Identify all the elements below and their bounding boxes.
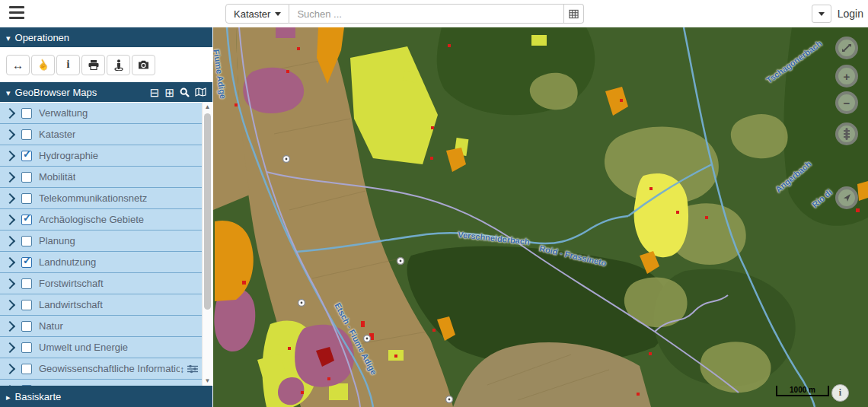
chevron-right-icon[interactable] [5,384,15,386]
caret-down-icon [6,87,15,98]
layer-checkbox[interactable] [21,129,32,140]
search-category-button[interactable]: Kataster [225,4,289,24]
street-view-icon [114,59,123,71]
collapse-all-icon[interactable] [150,87,160,98]
layer-checkbox[interactable] [21,278,32,289]
scroll-down-icon[interactable]: ▼ [203,376,212,386]
layer-row-geowissenschaftliche-informationen[interactable]: Geowissenschaftliche Informationen [0,358,203,380]
layer-row-forstwirtschaft[interactable]: Forstwirtschaft [0,273,203,294]
layer-checkbox[interactable] [21,108,32,119]
basemap-header[interactable]: Basiskarte [0,386,212,407]
layer-checkbox[interactable] [21,193,32,204]
info-icon: i [67,59,70,71]
menu-icon[interactable] [9,6,26,21]
fullscreen-button[interactable] [835,37,858,59]
chevron-right-icon[interactable] [5,150,15,161]
minus-icon: − [844,97,850,110]
layer-row-natur[interactable]: Natur [0,316,203,337]
layer-label: Kataster [39,129,75,140]
info-button[interactable]: i [56,55,80,75]
layer-row-hydrographie[interactable]: Hydrographie [0,145,203,167]
scroll-up-icon[interactable]: ▲ [203,102,212,112]
layer-checkbox[interactable] [21,385,32,386]
geolocate-button[interactable] [835,186,858,209]
scale-bar: 1000 m [776,386,829,396]
expand-all-icon[interactable] [164,87,174,98]
chevron-right-icon[interactable] [5,192,15,203]
chevron-right-icon[interactable] [5,129,15,139]
search-icon[interactable] [180,87,190,97]
search-bar: Kataster [225,4,584,24]
login-area: Login [812,0,863,27]
layer-label: Mobilität [39,171,75,183]
chevron-right-icon[interactable] [5,214,15,224]
chevron-right-icon[interactable] [5,299,15,310]
layer-label: Telekommunikationsnetz [39,192,147,204]
layer-row-landnutzung[interactable]: Landnutzung [0,252,203,273]
layer-row-landwirtschaft[interactable]: Landwirtschaft [0,294,203,316]
scrollbar-thumb[interactable] [204,113,211,310]
scale-label: 1000 m [790,386,815,394]
map-canvas[interactable]: Fiume Adige Etsch - Fiume Adige Verschne… [213,27,868,407]
layer-label: Natur [39,320,63,332]
layer-checkbox[interactable] [21,215,32,225]
operations-toolbar: i [0,47,212,82]
layer-list-scrollbar[interactable]: ▲ ▼ [202,102,212,386]
chevron-right-icon[interactable] [5,342,15,352]
login-dropdown-button[interactable] [812,5,831,23]
layer-checkbox[interactable] [21,342,32,353]
screenshot-button[interactable] [132,55,155,75]
plus-icon: + [844,70,850,83]
chevron-right-icon[interactable] [5,278,15,288]
layer-checkbox[interactable] [21,300,32,310]
search-category-label: Kataster [234,8,270,20]
map-icon[interactable] [195,87,206,97]
search-input[interactable] [289,4,564,24]
caret-right-icon [6,391,15,402]
expand-diagonal-icon [841,43,852,53]
layer-row-archaeologische-gebiete[interactable]: Archäologische Gebiete [0,209,203,231]
login-link[interactable]: Login [838,8,863,20]
operations-header[interactable]: Operationen [0,27,212,47]
slider-icon [844,128,850,140]
chevron-right-icon[interactable] [5,107,15,118]
layer-checkbox[interactable] [21,172,32,183]
chevron-right-icon[interactable] [5,320,15,331]
layer-row-clipped[interactable] [0,380,203,386]
layer-label: Archäologische Gebiete [39,214,144,225]
select-button[interactable] [31,55,55,75]
chevron-down-icon [819,12,825,16]
layer-row-planung[interactable]: Planung [0,231,203,252]
chevron-right-icon[interactable] [5,256,15,267]
print-button[interactable] [81,55,105,75]
layer-checkbox[interactable] [21,151,32,161]
layer-checkbox[interactable] [21,321,32,332]
sidebar: Operationen i GeoBr [0,27,212,407]
geobrowser-maps-title: GeoBrowser Maps [15,87,97,98]
layer-row-verwaltung[interactable]: Verwaltung [0,103,203,124]
map-terrain [213,27,868,407]
zoom-in-button[interactable]: + [835,65,858,87]
chevron-right-icon[interactable] [5,363,15,374]
layer-checkbox[interactable] [21,364,32,374]
layer-row-umwelt-und-energie[interactable]: Umwelt und Energie [0,337,203,358]
street-view-button[interactable] [107,55,130,75]
sliders-icon[interactable] [187,364,198,374]
chevron-right-icon[interactable] [5,235,15,246]
sort-icon[interactable] [180,362,184,376]
layer-row-kataster[interactable]: Kataster [0,124,203,145]
table-icon[interactable] [564,4,584,24]
layer-row-mobilitaet[interactable]: Mobilität [0,167,203,188]
attribution-button[interactable]: i [831,384,849,402]
zoom-out-button[interactable]: − [835,91,858,114]
hand-pointer-icon [35,57,51,73]
layer-checkbox[interactable] [21,257,32,268]
layer-checkbox[interactable] [21,236,32,246]
chevron-right-icon[interactable] [5,171,15,182]
geobrowser-maps-header[interactable]: GeoBrowser Maps [0,82,212,102]
measure-button[interactable] [6,55,30,75]
zoom-slider-button[interactable] [835,122,858,145]
layer-label: Umwelt und Energie [39,342,128,353]
camera-icon [138,60,149,69]
layer-row-telekommunikationsnetz[interactable]: Telekommunikationsnetz [0,188,203,209]
